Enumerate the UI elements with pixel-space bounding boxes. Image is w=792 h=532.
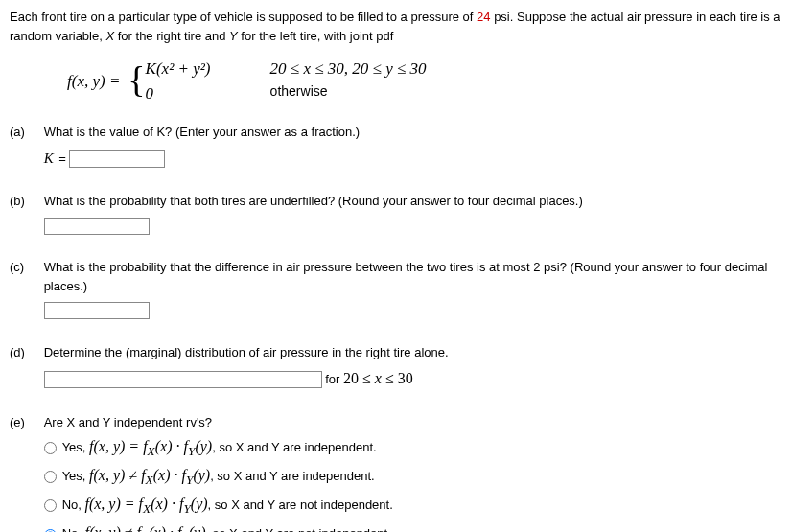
- problem-intro: Each front tire on a particular type of …: [10, 8, 782, 45]
- joint-pdf-formula: f(x, y) = { K(x² + y²) 20 ≤ x ≤ 30, 20 ≤…: [67, 57, 782, 105]
- intro-text: Each front tire on a particular type of …: [10, 10, 477, 24]
- k-label: K: [44, 150, 54, 166]
- part-d-text: Determine the (marginal) distribution of…: [44, 345, 449, 359]
- part-e-text: Are X and Y independent rv's?: [44, 415, 212, 429]
- part-c-label: (c): [10, 258, 40, 277]
- part-e-label: (e): [10, 413, 40, 432]
- psi-value: 24: [477, 10, 490, 24]
- option-3[interactable]: No, f(x, y) = fX(x) · fY(y), so X and Y …: [44, 493, 782, 519]
- piecewise-block: K(x² + y²) 20 ≤ x ≤ 30, 20 ≤ y ≤ 30 0 ot…: [146, 57, 481, 105]
- radio-option-1[interactable]: [44, 442, 57, 454]
- k-equals: =: [56, 151, 70, 166]
- intro-text-4: for the left tire, with joint pdf: [238, 29, 394, 43]
- part-b-label: (b): [10, 192, 40, 211]
- d-input[interactable]: [44, 371, 322, 388]
- intro-text-3: for the right tire and: [114, 29, 229, 43]
- piece-top-left: K(x² + y²): [146, 57, 270, 81]
- option-1[interactable]: Yes, f(x, y) = fX(x) · fY(y), so X and Y…: [44, 435, 782, 461]
- part-b-text: What is the probability that both tires …: [44, 194, 583, 208]
- piece-top-right: 20 ≤ x ≤ 30, 20 ≤ y ≤ 30: [270, 59, 427, 78]
- c-input[interactable]: [44, 302, 150, 319]
- radio-option-3[interactable]: [44, 499, 57, 512]
- part-d-label: (d): [10, 343, 40, 362]
- part-c-text: What is the probability that the differe…: [44, 260, 768, 293]
- option-4[interactable]: No, f(x, y) ≠ fX(x) · fY(y), so X and Y …: [44, 521, 782, 532]
- brace-icon: {: [128, 61, 145, 98]
- piece-bot-left: 0: [146, 81, 270, 106]
- radio-option-4[interactable]: [44, 529, 57, 532]
- k-input[interactable]: [69, 150, 165, 168]
- d-domain: 20 ≤ x ≤ 30: [343, 370, 413, 386]
- option-2[interactable]: Yes, f(x, y) ≠ fX(x) · fY(y), so X and Y…: [44, 464, 782, 490]
- formula-lhs: f(x, y) =: [67, 69, 120, 94]
- part-a-label: (a): [10, 123, 40, 142]
- part-a-text: What is the value of K? (Enter your answ…: [44, 125, 360, 139]
- d-for: for: [325, 372, 343, 386]
- intro-xvar: X: [105, 29, 114, 43]
- radio-option-2[interactable]: [44, 471, 57, 483]
- b-input[interactable]: [44, 218, 150, 235]
- piece-bot-right: otherwise: [270, 81, 481, 106]
- intro-yvar: Y: [229, 29, 238, 43]
